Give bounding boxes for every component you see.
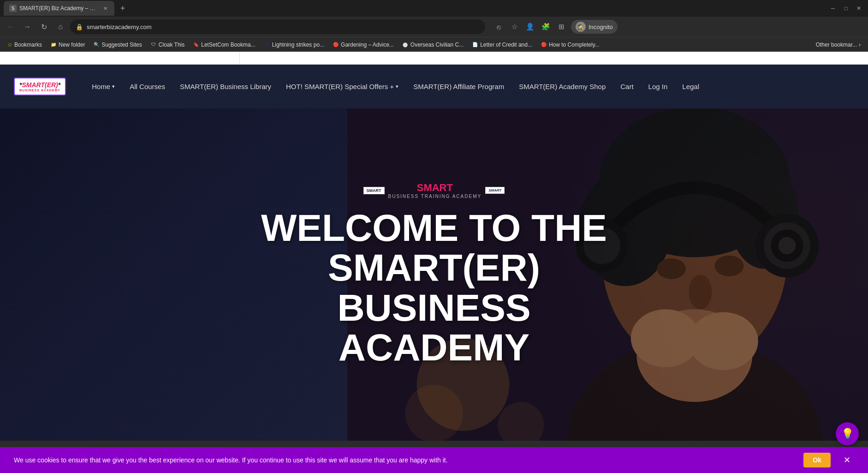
nav-academy-shop[interactable]: SMART(ER) Academy Shop xyxy=(511,79,613,94)
lock-icon: 🔒 xyxy=(76,24,83,30)
bookmark-label: Cloak This xyxy=(159,42,184,48)
webpage: *SMART(ER)* BUSINESS ACADEMY Home ▾ All … xyxy=(0,52,868,441)
toolbar-icons: ⎋ ☆ 👤 🧩 ⊞ xyxy=(492,20,568,34)
nav-business-library[interactable]: SMART(ER) Business Library xyxy=(172,79,279,94)
hero-title: WELCOME TO THE SMART(ER) BUSINESS ACADEM… xyxy=(261,208,607,367)
bookmark-star-icon[interactable]: ☆ xyxy=(507,20,521,34)
nav-legal[interactable]: Legal xyxy=(675,79,707,94)
search-icon: 🔍 xyxy=(93,42,100,48)
new-tab-button[interactable]: + xyxy=(116,2,129,15)
address-bar: ← → ↻ ⌂ 🔒 smarterbizacademy.com ⎋ ☆ 👤 🧩 … xyxy=(0,17,868,37)
nav-cart[interactable]: Cart xyxy=(613,79,641,94)
more-label: Other bookmar... xyxy=(816,42,857,48)
svg-point-15 xyxy=(779,237,796,254)
page-top-bar-left xyxy=(0,52,240,64)
split-view-icon[interactable]: ⊞ xyxy=(554,20,568,34)
bookmark-label: Letter of Credit and... xyxy=(480,42,532,48)
cast-icon[interactable]: ⎋ xyxy=(492,20,505,34)
bookmarks-label: ☆ Bookmarks xyxy=(4,40,46,49)
bookmark-suggested-sites[interactable]: 🔍 Suggested Sites xyxy=(89,40,145,49)
svg-point-11 xyxy=(689,312,758,370)
active-tab[interactable]: S SMART(ER) Biz Academy – Help... ✕ xyxy=(4,1,114,16)
home-button[interactable]: ⌂ xyxy=(54,20,67,34)
nav-all-courses[interactable]: All Courses xyxy=(122,79,172,94)
hero-title-line2: SMART(ER) xyxy=(261,248,607,287)
bookmark-gardening[interactable]: 🔴 Gardening – Advice... xyxy=(329,40,398,49)
reload-button[interactable]: ↻ xyxy=(37,20,51,34)
nav-menu: Home ▾ All Courses SMART(ER) Business Li… xyxy=(84,79,707,94)
nav-affiliate-program[interactable]: SMART(ER) Affiliate Program xyxy=(406,79,511,94)
bookmark-label: Overseas Civilian C... xyxy=(410,42,464,48)
hero-smart-label: SMART xyxy=(417,182,453,194)
bookmarks-text: Bookmarks xyxy=(14,42,42,48)
incognito-label: Incognito xyxy=(589,24,613,30)
hero-brand-name: SMART BUSINESS TRAINING ACADEMY xyxy=(388,182,482,199)
svg-point-8 xyxy=(689,275,712,309)
nav-login[interactable]: Log In xyxy=(641,79,675,94)
hero-logo-area: SMART SMART BUSINESS TRAINING ACADEMY SM… xyxy=(261,182,607,199)
bookmark-cloak-this[interactable]: 🛡 Cloak This xyxy=(147,40,188,49)
hero-logo-decoration: SMART xyxy=(363,187,385,194)
bookmark-new-folder[interactable]: 📁 New folder xyxy=(47,40,89,49)
bookmark-letsetcom[interactable]: 🔖 LetSetCom Bookma... xyxy=(189,40,259,49)
bookmarks-more-button[interactable]: Other bookmar... › xyxy=(812,40,864,49)
incognito-avatar: 🕵 xyxy=(576,22,586,32)
bookmark-letter-of-credit[interactable]: 📄 Letter of Credit and... xyxy=(468,40,536,49)
cookie-banner: We use cookies to ensure that we give yo… xyxy=(0,447,868,473)
nav-home[interactable]: Home ▾ xyxy=(84,79,122,94)
extensions-icon[interactable]: 🧩 xyxy=(539,20,553,34)
home-dropdown-arrow: ▾ xyxy=(112,84,115,90)
minimize-button[interactable]: ─ xyxy=(827,3,838,14)
wp-icon: ⬤ xyxy=(402,42,409,48)
hero-title-line4: ACADEMY xyxy=(261,328,607,367)
hero-content: SMART SMART BUSINESS TRAINING ACADEMY SM… xyxy=(261,182,607,367)
incognito-profile[interactable]: 🕵 Incognito xyxy=(571,20,618,34)
cookie-text: We use cookies to ensure that we give yo… xyxy=(14,456,794,464)
cookie-close-button[interactable]: ✕ xyxy=(840,455,854,465)
offers-dropdown-arrow: ▾ xyxy=(396,84,398,90)
fire-icon: 🔴 xyxy=(333,42,339,48)
back-button[interactable]: ← xyxy=(4,20,18,34)
bookmark-label: How to Completely... xyxy=(549,42,600,48)
tab-title: SMART(ER) Biz Academy – Help... xyxy=(19,5,99,12)
hero-section: SMART SMART BUSINESS TRAINING ACADEMY SM… xyxy=(0,108,868,441)
page-top-bar xyxy=(0,52,868,65)
fire2-icon: 🔴 xyxy=(541,42,547,48)
floating-action-button[interactable]: 💡 xyxy=(836,422,859,445)
maximize-button[interactable]: □ xyxy=(840,3,851,14)
star-icon: ☆ xyxy=(7,42,12,48)
bookmark-how-to[interactable]: 🔴 How to Completely... xyxy=(537,40,603,49)
logo-academy-text: BUSINESS ACADEMY xyxy=(19,89,60,92)
ext-icon: 🔖 xyxy=(193,42,199,48)
svg-point-19 xyxy=(405,384,463,441)
site-logo[interactable]: *SMART(ER)* BUSINESS ACADEMY xyxy=(14,78,66,96)
tab-close-button[interactable]: ✕ xyxy=(101,5,109,12)
window-controls: ─ □ ✕ xyxy=(827,3,864,14)
hero-logo-small-box: SMART xyxy=(485,187,505,194)
url-text: smarterbizacademy.com xyxy=(87,24,480,30)
hero-subtitle-label: BUSINESS TRAINING ACADEMY xyxy=(388,194,482,199)
url-bar[interactable]: 🔒 smarterbizacademy.com xyxy=(70,19,485,34)
bookmark-label: New folder xyxy=(59,42,85,48)
bookmark-label: Gardening – Advice... xyxy=(341,42,394,48)
doc-icon: 📄 xyxy=(472,42,478,48)
chevron-right-icon: › xyxy=(859,42,861,48)
page-top-bar-right xyxy=(240,52,868,64)
forward-button[interactable]: → xyxy=(20,20,34,34)
bookmark-overseas[interactable]: ⬤ Overseas Civilian C... xyxy=(398,40,467,49)
bookmark-label: Lightning strikes po... xyxy=(272,42,324,48)
bookmark-label: LetSetCom Bookma... xyxy=(201,42,255,48)
nav-special-offers[interactable]: HOT! SMART(ER) Special Offers + ▾ xyxy=(279,79,406,94)
hero-title-line1: WELCOME TO THE xyxy=(261,208,607,248)
bookmark-label: Suggested Sites xyxy=(101,42,142,48)
site-navigation: *SMART(ER)* BUSINESS ACADEMY Home ▾ All … xyxy=(0,65,868,108)
close-window-button[interactable]: ✕ xyxy=(853,3,864,14)
tab-bar: S SMART(ER) Biz Academy – Help... ✕ + ─ … xyxy=(0,0,868,17)
cookie-ok-button[interactable]: Ok xyxy=(803,453,831,467)
profile-settings-icon[interactable]: 👤 xyxy=(523,20,537,34)
hero-title-line3: BUSINESS xyxy=(261,288,607,328)
bookmarks-bar: ☆ Bookmarks 📁 New folder 🔍 Suggested Sit… xyxy=(0,37,868,52)
bookmark-lightning[interactable]: Y Lightning strikes po... xyxy=(260,40,328,49)
svg-point-7 xyxy=(715,256,744,276)
logo-smart-text: *SMART(ER)* xyxy=(19,81,60,89)
